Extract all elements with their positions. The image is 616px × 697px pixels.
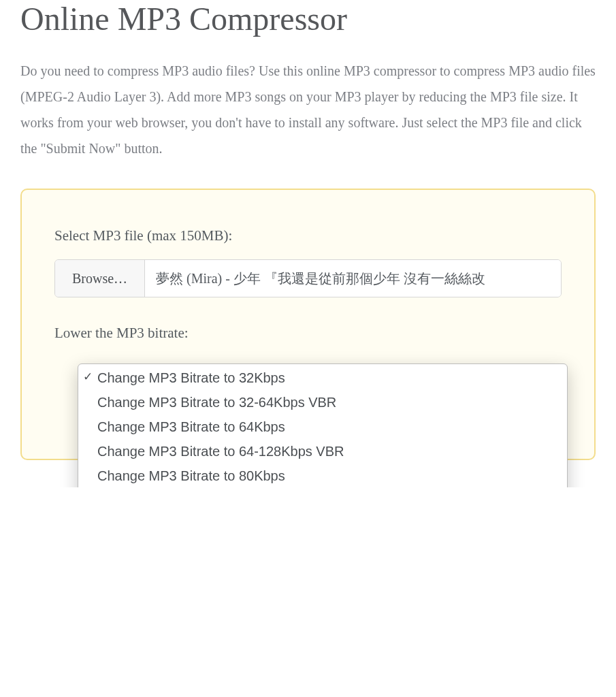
- bitrate-field-label: Lower the MP3 bitrate:: [54, 325, 562, 342]
- bitrate-option[interactable]: Change MP3 Bitrate to 64-128Kbps VBR: [78, 439, 567, 464]
- bitrate-dropdown-list: Change MP3 Bitrate to 32KbpsChange MP3 B…: [78, 363, 568, 487]
- file-input-row: Browse… 夢然 (Mira) - 少年 『我還是從前那個少年 沒有一絲絲改: [54, 259, 562, 297]
- browse-button[interactable]: Browse…: [55, 260, 145, 297]
- bitrate-option[interactable]: Change MP3 Bitrate to 64Kbps: [78, 415, 567, 439]
- page-title: Online MP3 Compressor: [20, 0, 596, 37]
- form-panel: Select MP3 file (max 150MB): Browse… 夢然 …: [20, 189, 596, 460]
- bitrate-option[interactable]: Change MP3 Bitrate to 80Kbps: [78, 464, 567, 487]
- page-container: Online MP3 Compressor Do you need to com…: [0, 0, 616, 487]
- intro-text: Do you need to compress MP3 audio files?…: [20, 58, 596, 161]
- selected-file-name[interactable]: 夢然 (Mira) - 少年 『我還是從前那個少年 沒有一絲絲改: [145, 260, 561, 297]
- file-field-label: Select MP3 file (max 150MB):: [54, 227, 562, 244]
- bitrate-option[interactable]: Change MP3 Bitrate to 32-64Kbps VBR: [78, 390, 567, 415]
- bitrate-dropdown[interactable]: Change MP3 Bitrate to 32KbpsChange MP3 B…: [78, 363, 568, 487]
- bitrate-option[interactable]: Change MP3 Bitrate to 32Kbps: [78, 366, 567, 390]
